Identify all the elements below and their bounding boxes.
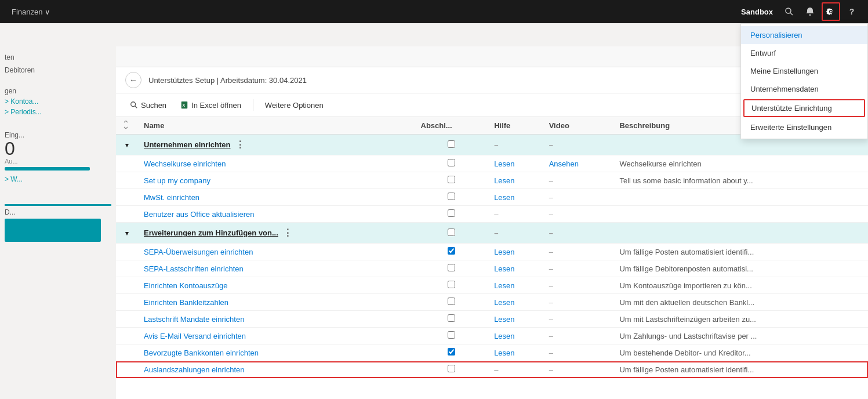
row-checkbox[interactable] <box>448 264 455 271</box>
row-checkbox[interactable] <box>448 281 455 288</box>
settings-icon-btn[interactable] <box>822 2 840 21</box>
row-name-link[interactable]: Einrichten Kontoauszüge <box>144 281 228 290</box>
row-name-link[interactable]: Wechselkurse einrichten <box>144 159 226 168</box>
hilfe-link[interactable]: Lesen <box>494 315 514 324</box>
row-checkbox[interactable] <box>448 314 455 322</box>
row-checkbox[interactable] <box>448 193 455 200</box>
more-options-button[interactable]: Weitere Optionen <box>260 99 328 112</box>
dropdown-item-meine-einstellungen[interactable]: Meine Einstellungen <box>741 62 867 80</box>
back-button[interactable]: ← <box>125 72 141 88</box>
video-link[interactable]: Ansehen <box>549 159 579 168</box>
row-spacer <box>116 172 138 189</box>
row-checkbox[interactable] <box>448 365 455 372</box>
row-check-cell <box>415 189 489 206</box>
row-checkbox[interactable] <box>448 331 455 339</box>
video-dash: – <box>549 349 553 357</box>
row-name-link[interactable]: Avis E-Mail Versand einrichten <box>144 332 246 340</box>
col-name[interactable]: Name <box>138 117 415 135</box>
row-name: SEPA-Lastschriften einrichten <box>138 260 415 277</box>
col-video: Video <box>543 117 614 135</box>
row-checkbox[interactable] <box>448 247 455 255</box>
row-beschreibung: Um mit den aktuellen deutschen Bankl... <box>613 294 868 311</box>
row-video: – <box>543 189 614 206</box>
row-hilfe: Lesen <box>488 311 543 328</box>
row-name-link[interactable]: Einrichten Bankleitzahlen <box>144 298 228 307</box>
table-row: Avis E-Mail Versand einrichten Lesen – U… <box>116 328 868 344</box>
table-container: Name Abschl... Hilfe Video Beschreibung … <box>116 117 868 399</box>
row-hilfe: Lesen <box>488 172 543 189</box>
row-checkbox[interactable] <box>448 348 455 356</box>
dropdown-item-entwurf[interactable]: Entwurf <box>741 44 867 62</box>
row-name-link[interactable]: SEPA-Lastschriften einrichten <box>144 264 244 273</box>
excel-icon: X <box>180 101 188 109</box>
hilfe-link[interactable]: Lesen <box>494 248 514 256</box>
row-name-link[interactable]: SEPA-Überweisungen einrichten <box>144 248 253 256</box>
video-dash: – <box>549 193 553 202</box>
group-label: Erweiterungen zum Hinzufügen von... ⋮ <box>138 223 415 244</box>
dropdown-item-unternehmensdaten[interactable]: Unternehmensdaten <box>741 80 867 98</box>
group-more-icon[interactable]: ⋮ <box>281 226 295 240</box>
row-video: – <box>543 244 614 260</box>
row-beschreibung: Wechselkurse einrichten <box>613 155 868 172</box>
row-name-link[interactable]: Benutzer aus Office aktualisieren <box>144 210 255 219</box>
row-name-link[interactable]: Set up my company <box>144 176 210 185</box>
table-row: Lastschrift Mandate einrichten Lesen – U… <box>116 311 868 328</box>
hilfe-link[interactable]: Lesen <box>494 159 514 168</box>
group-more-icon[interactable]: ⋮ <box>233 138 247 151</box>
row-beschreibung: Tell us some basic information about y..… <box>613 172 868 189</box>
hilfe-link[interactable]: Lesen <box>494 281 514 290</box>
help-icon-btn[interactable]: ? <box>842 2 861 21</box>
table-row: Set up my company Lesen – Tell us some b… <box>116 172 868 189</box>
hilfe-dash: – <box>494 210 498 219</box>
video-dash: – <box>549 210 553 219</box>
teal-progress-bar <box>5 167 90 171</box>
search-icon-btn[interactable] <box>780 2 798 21</box>
group-beschreibung <box>613 223 868 244</box>
hilfe-link[interactable]: Lesen <box>494 332 514 340</box>
col-sort[interactable] <box>116 117 138 135</box>
row-checkbox[interactable] <box>448 209 455 217</box>
table-row: SEPA-Überweisungen einrichten Lesen – Um… <box>116 244 868 260</box>
group-toggle[interactable]: ▾ <box>116 135 138 155</box>
group-checkbox[interactable] <box>448 228 455 236</box>
setup-table: Name Abschl... Hilfe Video Beschreibung … <box>116 117 868 378</box>
bg-item-konto[interactable]: > Kontoa... <box>5 96 111 107</box>
row-video: – <box>543 260 614 277</box>
excel-button[interactable]: X In Excel öffnen <box>176 99 246 112</box>
row-name-link[interactable]: Auslandszahlungen einrichten <box>144 365 244 374</box>
bg-item-gen[interactable]: gen <box>5 86 111 96</box>
row-name-link[interactable]: Lastschrift Mandate einrichten <box>144 315 244 324</box>
row-checkbox[interactable] <box>448 176 455 183</box>
row-hilfe: Lesen <box>488 155 543 172</box>
bg-w[interactable]: > W... <box>5 173 111 186</box>
svg-point-0 <box>786 8 791 13</box>
row-name: Bevorzugte Bankkonten einrichten <box>138 344 415 361</box>
hilfe-link[interactable]: Lesen <box>494 298 514 307</box>
group-checkbox[interactable] <box>448 140 455 148</box>
back-arrow-icon: ← <box>129 75 137 85</box>
dropdown-item-erweiterte-einstellungen[interactable]: Erweiterte Einstellungen <box>741 118 867 136</box>
bell-icon-btn[interactable] <box>801 2 819 21</box>
bg-nav-item1[interactable]: ten <box>5 51 111 64</box>
bg-nav-item2[interactable]: Debitoren <box>5 64 111 77</box>
hilfe-link[interactable]: Lesen <box>494 349 514 357</box>
row-hilfe: Lesen <box>488 244 543 260</box>
row-beschreibung: Um fällige Posten automatisiert identifi… <box>613 244 868 260</box>
hilfe-link[interactable]: Lesen <box>494 176 514 185</box>
row-name-link[interactable]: Bevorzugte Bankkonten einrichten <box>144 349 259 357</box>
row-checkbox[interactable] <box>448 298 455 305</box>
group-toggle[interactable]: ▾ <box>116 223 138 244</box>
hilfe-link[interactable]: Lesen <box>494 193 514 202</box>
dropdown-item-personalisieren[interactable]: Personalisieren <box>741 26 867 44</box>
hilfe-link[interactable]: Lesen <box>494 264 514 273</box>
row-name-link[interactable]: MwSt. einrichten <box>144 193 199 202</box>
dropdown-item-unterstuetzte-einrichtung[interactable]: Unterstützte Einrichtung <box>743 99 865 117</box>
video-dash: – <box>549 332 553 340</box>
bg-item-periodis[interactable]: > Periodis... <box>5 107 111 117</box>
bg-spacer <box>5 77 111 86</box>
search-button[interactable]: Suchen <box>125 99 171 112</box>
row-hilfe: Lesen <box>488 344 543 361</box>
nav-finanzen[interactable]: Finanzen ∨ <box>7 5 55 19</box>
row-checkbox[interactable] <box>448 159 455 166</box>
row-video: – <box>543 328 614 344</box>
